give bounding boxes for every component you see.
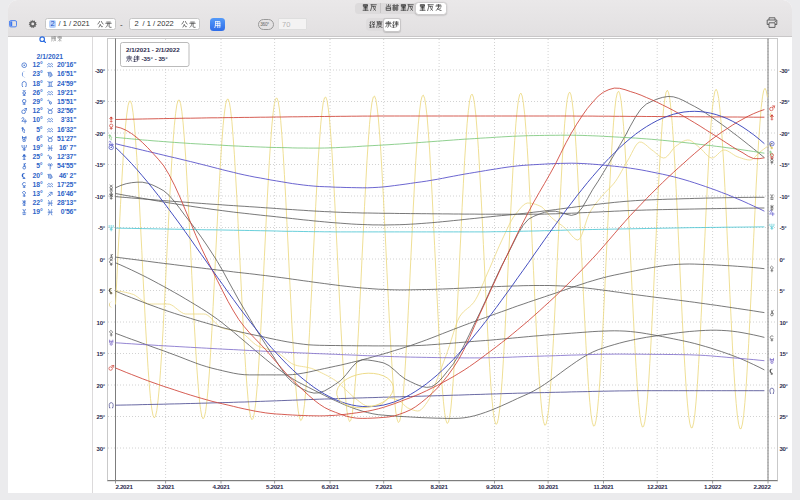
svg-text:3.2021: 3.2021 [157,483,175,490]
svg-text:11.2021: 11.2021 [594,483,615,490]
svg-text:-10°: -10° [780,194,791,200]
svg-text:-30°: -30° [95,68,106,74]
svg-text:-20°: -20° [95,131,106,137]
svg-text:-15°: -15° [95,162,106,168]
svg-text:12.2021: 12.2021 [647,483,668,490]
svg-text:20°: 20° [97,383,106,389]
svg-text:-25°: -25° [780,99,791,105]
svg-text:30°: 30° [97,446,106,452]
svg-text:-25°: -25° [95,99,106,105]
svg-text:7.2021: 7.2021 [375,483,393,490]
svg-text:15°: 15° [780,351,789,357]
svg-text:-5°: -5° [98,225,106,231]
svg-text:0°: 0° [780,257,786,263]
svg-text:2.2022: 2.2022 [753,483,771,490]
svg-text:15°: 15° [97,351,106,357]
svg-text:9.2021: 9.2021 [486,483,504,490]
svg-text:25°: 25° [97,414,106,420]
svg-text:-10°: -10° [95,194,106,200]
svg-text:2.2021: 2.2021 [115,483,133,490]
svg-text:-5°: -5° [780,225,788,231]
svg-text:6.2021: 6.2021 [321,483,339,490]
svg-text:10.2021: 10.2021 [538,483,559,490]
svg-text:-20°: -20° [780,131,791,137]
svg-text:10°: 10° [97,320,106,326]
svg-text:8.2021: 8.2021 [431,483,449,490]
svg-text:10°: 10° [780,320,789,326]
svg-text:5°: 5° [100,288,106,294]
svg-text:0°: 0° [100,257,106,263]
svg-text:1.2022: 1.2022 [704,483,722,490]
svg-text:30°: 30° [780,446,789,452]
svg-text:2/1/2021 - 2/1/2022: 2/1/2021 - 2/1/2022 [126,46,180,53]
svg-text:25°: 25° [780,414,789,420]
svg-text:4.2021: 4.2021 [212,483,230,490]
svg-text:-15°: -15° [780,162,791,168]
svg-text:-35° - 35°: -35° - 35° [142,55,169,62]
svg-text:20°: 20° [780,383,789,389]
svg-text:-30°: -30° [780,68,791,74]
svg-text:5.2021: 5.2021 [266,483,284,490]
svg-text:5°: 5° [780,288,786,294]
